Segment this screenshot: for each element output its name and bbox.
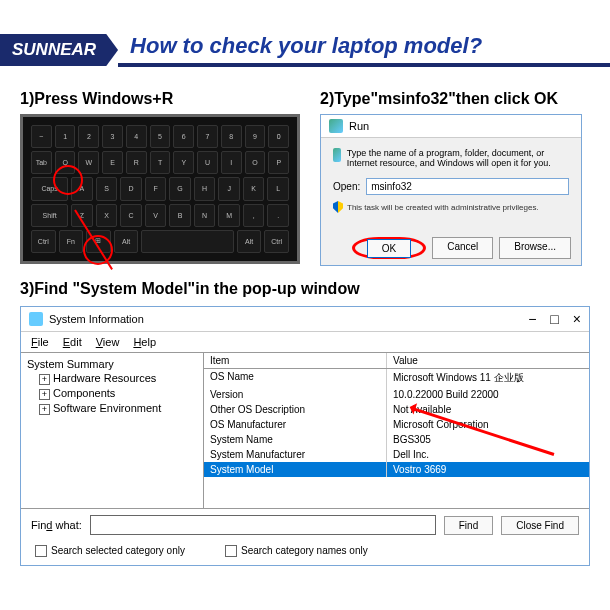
ok-button[interactable]: OK (367, 239, 411, 258)
check-selected-category[interactable]: Search selected category only (35, 545, 185, 557)
sysinfo-icon (29, 312, 43, 326)
col-item: Item (204, 353, 387, 368)
run-title-text: Run (349, 120, 369, 132)
find-label: Find what: (31, 519, 82, 531)
run-icon (329, 119, 343, 133)
run-help: Type the name of a program, folder, docu… (333, 148, 569, 168)
open-label: Open: (333, 181, 360, 192)
menu-file[interactable]: File (31, 336, 49, 348)
step-2-label: 2)Type"msinfo32"then click OK (320, 90, 582, 108)
system-info-window: System Information − □ × File Edit View … (20, 306, 590, 566)
step-1: 1)Press Windows+R ~1234567890 TabQWERTYU… (20, 90, 300, 266)
details-grid: ItemValue OS NameMicrosoft Windows 11 企业… (204, 353, 589, 508)
run-input[interactable]: msinfo32 (366, 178, 569, 195)
tree-components[interactable]: +Components (27, 386, 197, 401)
cancel-button[interactable]: Cancel (432, 237, 493, 259)
step-3-label: 3)Find "System Model"in the pop-up windo… (20, 280, 590, 298)
r-key-highlight (53, 165, 83, 195)
sysinfo-title: System Information (49, 313, 144, 325)
tree-hardware[interactable]: +Hardware Resources (27, 371, 197, 386)
browse-button[interactable]: Browse... (499, 237, 571, 259)
menubar: File Edit View Help (21, 332, 589, 352)
selected-row[interactable]: System ModelVostro 3669 (204, 462, 589, 477)
shield-icon (333, 201, 343, 213)
find-input[interactable] (90, 515, 436, 535)
tree-software[interactable]: +Software Environment (27, 401, 197, 416)
tree-panel: System Summary +Hardware Resources +Comp… (21, 353, 204, 508)
menu-view[interactable]: View (96, 336, 120, 348)
check-category-names[interactable]: Search category names only (225, 545, 368, 557)
ok-highlight: OK (352, 237, 426, 259)
run-body-icon (333, 148, 341, 162)
run-dialog: Run Type the name of a program, folder, … (320, 114, 582, 266)
keyboard-image: ~1234567890 TabQWERTYUIOP CapsASDFGHJKL … (20, 114, 300, 264)
page-title: How to check your laptop model? (118, 33, 610, 67)
tree-root[interactable]: System Summary (27, 357, 197, 371)
brand-badge: SUNNEAR (0, 34, 118, 66)
close-find-button[interactable]: Close Find (501, 516, 579, 535)
header: SUNNEAR How to check your laptop model? (0, 30, 610, 70)
menu-edit[interactable]: Edit (63, 336, 82, 348)
step-1-label: 1)Press Windows+R (20, 90, 300, 108)
step-2: 2)Type"msinfo32"then click OK Run Type t… (320, 90, 582, 266)
col-value: Value (387, 353, 589, 368)
run-titlebar: Run (321, 115, 581, 138)
menu-help[interactable]: Help (133, 336, 156, 348)
maximize-button[interactable]: □ (550, 311, 558, 327)
find-button[interactable]: Find (444, 516, 493, 535)
close-button[interactable]: × (573, 311, 581, 327)
minimize-button[interactable]: − (528, 311, 536, 327)
